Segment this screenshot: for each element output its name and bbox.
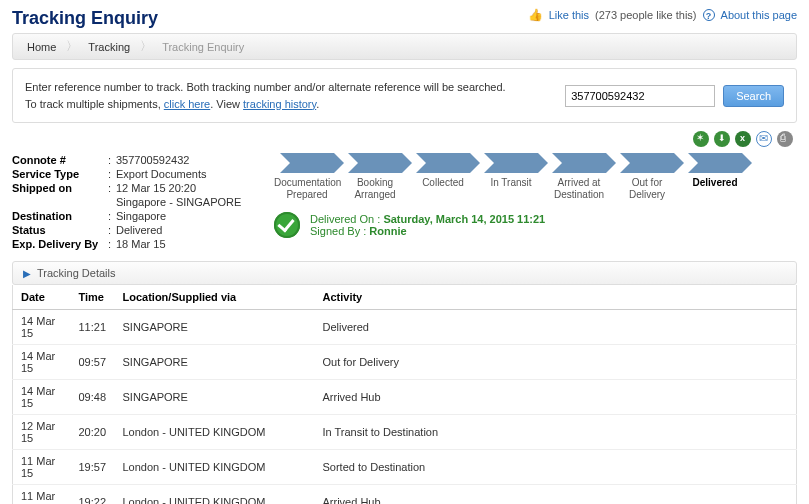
tracking-history-link[interactable]: tracking history xyxy=(243,98,316,110)
table-row: 12 Mar 1520:20London - UNITED KINGDOMIn … xyxy=(13,415,797,450)
destination: Singapore xyxy=(116,210,252,222)
breadcrumb-current: Tracking Enquiry xyxy=(156,41,250,53)
print-icon[interactable] xyxy=(777,131,793,147)
delivery-confirmation: Delivered On : Saturday, March 14, 2015 … xyxy=(270,212,797,238)
service-type: Export Documents xyxy=(116,168,252,180)
table-header: Date xyxy=(13,285,71,310)
table-header: Activity xyxy=(315,285,797,310)
breadcrumb-tracking[interactable]: Tracking xyxy=(82,41,136,53)
table-row: 14 Mar 1509:48SINGAPOREArrived Hub xyxy=(13,380,797,415)
table-row: 14 Mar 1511:21SINGAPOREDelivered xyxy=(13,310,797,345)
progress-stages: Documentation PreparedBooking ArrangedCo… xyxy=(270,153,797,200)
stage-item: Documentation Prepared xyxy=(274,153,340,200)
shipment-summary: Connote #:357700592432 Service Type:Expo… xyxy=(12,153,252,251)
stage-item: Collected xyxy=(410,153,476,200)
tracking-details-header[interactable]: ▶ Tracking Details xyxy=(12,261,797,285)
table-row: 11 Mar 1519:57London - UNITED KINGDOMSor… xyxy=(13,450,797,485)
info-icon[interactable]: ? xyxy=(703,9,715,21)
stage-item: Out for Delivery xyxy=(614,153,680,200)
stage-item: Arrived at Destination xyxy=(546,153,612,200)
page-title: Tracking Enquiry xyxy=(12,8,158,29)
shipped-from: Singapore - SINGAPORE xyxy=(116,196,252,208)
email-icon[interactable] xyxy=(756,131,772,147)
tracking-events-table: DateTimeLocation/Supplied viaActivity 14… xyxy=(12,285,797,504)
shipped-on: 12 Mar 15 20:20 xyxy=(116,182,252,194)
expected-delivery: 18 Mar 15 xyxy=(116,238,252,250)
tracking-number-input[interactable] xyxy=(565,85,715,107)
status: Delivered xyxy=(116,224,252,236)
toolbar-icons xyxy=(12,129,797,153)
expand-icon: ▶ xyxy=(23,268,31,279)
checkmark-icon xyxy=(274,212,300,238)
breadcrumb: Home 〉 Tracking 〉 Tracking Enquiry xyxy=(12,33,797,60)
like-count: (273 people like this) xyxy=(595,9,697,21)
multi-shipment-link[interactable]: click here xyxy=(164,98,210,110)
breadcrumb-home[interactable]: Home xyxy=(21,41,62,53)
search-instructions: Enter reference number to track. Both tr… xyxy=(25,79,506,112)
connote-number: 357700592432 xyxy=(116,154,252,166)
table-row: 14 Mar 1509:57SINGAPOREOut for Delivery xyxy=(13,345,797,380)
search-button[interactable]: Search xyxy=(723,85,784,107)
table-header: Location/Supplied via xyxy=(115,285,315,310)
help-icon[interactable] xyxy=(693,131,709,147)
stage-item: Delivered xyxy=(682,153,748,200)
chevron-right-icon: 〉 xyxy=(140,38,152,55)
stage-item: In Transit xyxy=(478,153,544,200)
table-header: Time xyxy=(71,285,115,310)
delivered-on-value: Saturday, March 14, 2015 11:21 xyxy=(383,213,545,225)
excel-icon[interactable] xyxy=(735,131,751,147)
table-row: 11 Mar 1519:22London - UNITED KINGDOMArr… xyxy=(13,485,797,505)
stage-item: Booking Arranged xyxy=(342,153,408,200)
download-icon[interactable] xyxy=(714,131,730,147)
about-page-link[interactable]: About this page xyxy=(721,9,797,21)
thumb-up-icon[interactable]: 👍 xyxy=(528,8,543,22)
signed-by-value: Ronnie xyxy=(369,225,406,237)
like-this-link[interactable]: Like this xyxy=(549,9,589,21)
search-panel: Enter reference number to track. Both tr… xyxy=(12,68,797,123)
chevron-right-icon: 〉 xyxy=(66,38,78,55)
